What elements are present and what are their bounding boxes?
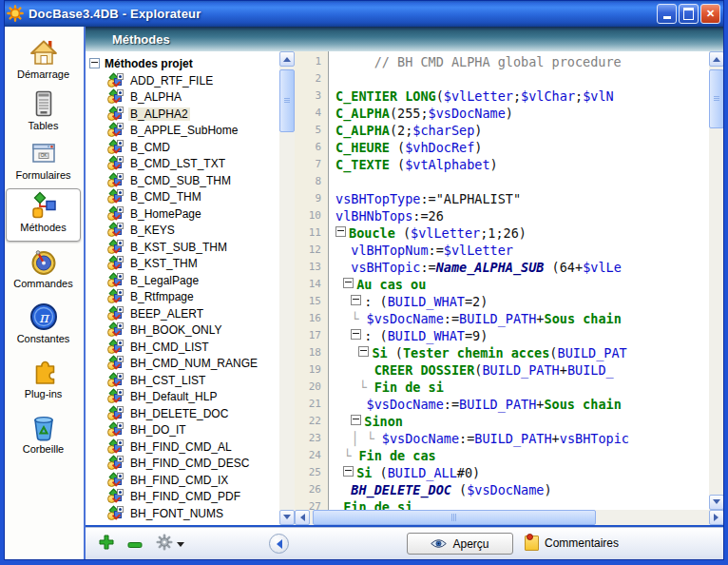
scroll-right-icon[interactable]: [709, 510, 724, 525]
method-icon: [107, 224, 124, 237]
scroll-up-icon[interactable]: [709, 51, 724, 67]
comments-button[interactable]: Commentaires: [525, 536, 619, 551]
line-number: 1: [295, 53, 328, 70]
line-number: 11: [295, 224, 328, 242]
tree-item-b-cmd-thm[interactable]: B_CMD_THM: [86, 189, 279, 206]
collapse-box-icon[interactable]: [351, 329, 361, 340]
tree-item-b-alpha[interactable]: B_ALPHA: [86, 89, 279, 107]
method-icon: [107, 357, 124, 370]
add-method-button[interactable]: [99, 535, 114, 554]
tree-item-bh-cmd-list[interactable]: BH_CMD_LIST: [86, 339, 279, 356]
method-icon: [107, 341, 124, 354]
tree-item-label: B_KST_THM: [128, 257, 200, 270]
tree-item-bh-do-it[interactable]: BH_DO_IT: [86, 422, 279, 439]
collapse-panel-button[interactable]: [269, 534, 289, 554]
options-menu-button[interactable]: [156, 534, 184, 555]
app-icon[interactable]: [7, 5, 24, 22]
code-line: C_ALPHA(255;$vsDocName): [330, 105, 709, 122]
editor-vscroll-thumb[interactable]: [709, 69, 724, 128]
line-number: 16: [295, 310, 328, 327]
tree-item-b-alpha2[interactable]: B_ALPHA2: [86, 106, 279, 123]
tree-item-label: BEEP_ALERT: [128, 307, 205, 321]
tree-item-add-rtf-file[interactable]: ADD_RTF_FILE: [86, 72, 279, 89]
sidebar-item-formulaires[interactable]: OKFormulaires: [6, 137, 81, 188]
collapse-box-icon[interactable]: [343, 278, 354, 288]
editor-hscrollbar[interactable]: [295, 510, 724, 525]
collapse-box-icon[interactable]: [335, 226, 346, 237]
tree-item-bh-find-cmd-al[interactable]: BH_FIND_CMD_AL: [86, 438, 279, 456]
tree-item-b-cmd-sub-thm[interactable]: B_CMD_SUB_THM: [86, 172, 279, 189]
method-icon: [107, 374, 124, 387]
comments-label: Commentaires: [545, 536, 619, 550]
line-number: 21: [295, 396, 328, 413]
tree-item-bh-find-cmd-ix[interactable]: BH_FIND_CMD_IX: [86, 472, 279, 489]
tree-item-beep-alert[interactable]: BEEP_ALERT: [86, 305, 279, 322]
sidebar-item-plug-ins[interactable]: Plug-ins: [6, 356, 81, 407]
tree-item-b-kst-sub-thm[interactable]: B_KST_SUB_THM: [86, 239, 279, 256]
sidebar-item-tables[interactable]: Tables: [6, 88, 81, 139]
editor-vscrollbar[interactable]: [709, 51, 724, 510]
sidebar-item-d-marrage[interactable]: Démarrage: [6, 36, 81, 88]
maximize-icon: [683, 8, 694, 20]
tree-item-b-homepage[interactable]: B_HomePage: [86, 205, 279, 223]
tree-item-b-cmd[interactable]: B_CMD: [86, 139, 279, 156]
tree-item-bh-find-cmd-desc[interactable]: BH_FIND_CMD_DESC: [86, 456, 279, 473]
collapse-box-icon[interactable]: [89, 58, 100, 68]
title-bar[interactable]: DocBase3.4DB - Explorateur ✕: [0, 0, 728, 27]
line-number: 19: [295, 361, 328, 379]
list-scroll-thumb[interactable]: [279, 69, 295, 132]
method-icon: [107, 257, 124, 270]
list-scrollbar[interactable]: [279, 51, 295, 525]
tree-item-b-keys[interactable]: B_KEYS: [86, 223, 279, 240]
line-number: 7: [295, 156, 328, 173]
tree-item-b-legalpage[interactable]: B_LegalPage: [86, 272, 279, 289]
tree-item-label: B_KEYS: [128, 224, 177, 237]
method-icon: [107, 241, 124, 254]
maximize-button[interactable]: [679, 4, 699, 24]
scroll-down-icon[interactable]: [279, 510, 295, 525]
arrow-left-icon: [272, 539, 282, 549]
minus-icon: [127, 540, 143, 550]
code-line: $vsDocName:=BUILD_PATH+Sous chain: [330, 396, 709, 413]
scroll-left-icon[interactable]: [295, 510, 310, 525]
method-icon: [107, 274, 124, 287]
tree-item-label: BH_FIND_CMD_AL: [128, 440, 234, 454]
sidebar: DémarrageTablesOKFormulairesMéthodesComm…: [4, 27, 86, 560]
collapse-box-icon[interactable]: [358, 346, 369, 357]
tree-item-bh-cmd-num-range[interactable]: BH_CMD_NUM_RANGE: [86, 356, 279, 373]
tree-root[interactable]: Méthodes projet: [86, 51, 279, 72]
tree-item-bh-default-hlp[interactable]: BH_Default_HLP: [86, 389, 279, 406]
tree-item-bh-book-only[interactable]: BH_BOOK_ONLY: [86, 322, 279, 340]
sidebar-item-label: Corbeille: [6, 443, 81, 455]
tree-item-b-cmd-lst-txt[interactable]: B_CMD_LST_TXT: [86, 156, 279, 173]
scroll-down-icon[interactable]: [709, 495, 724, 510]
delete-method-button[interactable]: [127, 536, 143, 554]
tree-item-bh-font-nums[interactable]: BH_FONT_NUMS: [86, 505, 279, 522]
app-window: DocBase3.4DB - Explorateur ✕ DémarrageTa…: [0, 0, 728, 565]
code-line: vlBHNbTops:=26: [330, 207, 709, 224]
line-number: 20: [295, 379, 328, 396]
sidebar-item-corbeille[interactable]: Corbeille: [6, 411, 81, 462]
sidebar-item-constantes[interactable]: πConstantes: [6, 301, 81, 352]
preview-button[interactable]: Aperçu: [407, 533, 513, 555]
scroll-up-icon[interactable]: [279, 51, 295, 67]
tree-item-b-kst-thm[interactable]: B_KST_THM: [86, 256, 279, 273]
collapse-box-icon[interactable]: [351, 415, 361, 425]
tree-item-bh-delete-doc[interactable]: BH_DELETE_DOC: [86, 405, 279, 422]
minimize-button[interactable]: [657, 4, 677, 24]
code-line: C_HEURE ($vhDocRef): [330, 139, 709, 156]
method-icon: [107, 107, 124, 121]
code-area[interactable]: // BH CMD ALPHA global procedureC_ENTIER…: [330, 51, 709, 510]
collapse-box-icon[interactable]: [343, 466, 354, 477]
tree-item-b-apple-subhome[interactable]: B_APPLE_SubHome: [86, 123, 279, 140]
close-button[interactable]: ✕: [700, 4, 720, 24]
collapse-box-icon[interactable]: [351, 295, 361, 305]
tree-item-b-rtfmpage[interactable]: B_Rtfmpage: [86, 289, 279, 306]
close-icon: ✕: [706, 9, 715, 19]
tree-item-bh-find-cmd-pdf[interactable]: BH_FIND_CMD_PDF: [86, 489, 279, 506]
sidebar-item-m-thodes[interactable]: Méthodes: [6, 188, 81, 242]
tree-item-bh-cst-list[interactable]: BH_CST_LIST: [86, 372, 279, 389]
editor-hscroll-thumb[interactable]: [313, 510, 596, 525]
sidebar-item-label: Démarrage: [6, 68, 81, 80]
sidebar-item-commandes[interactable]: Commandes: [6, 245, 81, 297]
